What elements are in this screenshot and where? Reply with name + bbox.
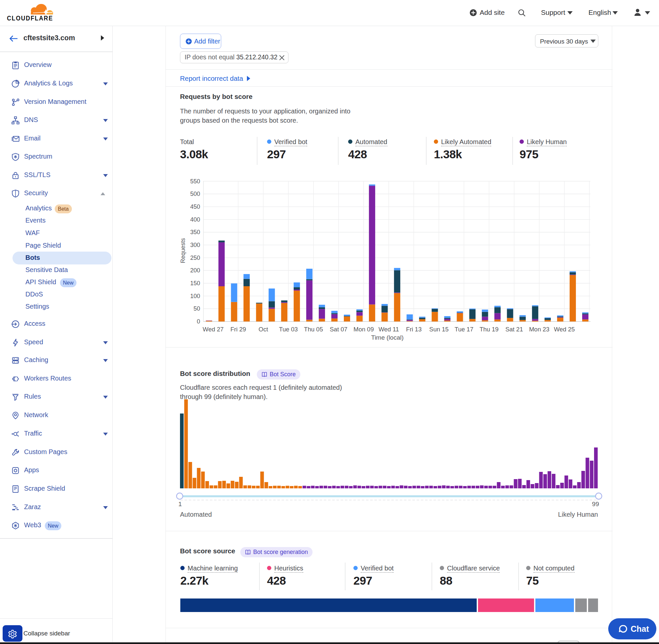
svg-text:Oct: Oct <box>258 326 268 333</box>
svg-text:50: 50 <box>193 305 200 312</box>
svg-text:Automated: Automated <box>180 511 212 518</box>
svg-text:Tue 17: Tue 17 <box>455 326 473 333</box>
svg-text:Sun 15: Sun 15 <box>429 326 449 333</box>
svg-text:Fri 13: Fri 13 <box>406 326 422 333</box>
svg-text:Requests: Requests <box>180 238 186 263</box>
svg-text:300: 300 <box>190 242 200 248</box>
svg-text:400: 400 <box>190 216 200 223</box>
svg-text:1: 1 <box>178 501 182 507</box>
svg-text:200: 200 <box>190 267 200 274</box>
svg-text:350: 350 <box>190 229 200 235</box>
svg-text:0: 0 <box>197 318 200 325</box>
svg-text:Fri 29: Fri 29 <box>231 326 246 333</box>
svg-text:Likely Human: Likely Human <box>558 511 598 518</box>
svg-text:Thu 19: Thu 19 <box>480 326 499 333</box>
svg-text:500: 500 <box>190 190 200 197</box>
svg-text:Sat 07: Sat 07 <box>330 326 348 333</box>
svg-text:Sat 21: Sat 21 <box>505 326 523 333</box>
svg-text:Wed 27: Wed 27 <box>203 326 223 333</box>
svg-text:Time (local): Time (local) <box>371 334 404 341</box>
svg-text:CLOUDFLARE: CLOUDFLARE <box>7 15 53 22</box>
svg-text:Wed 11: Wed 11 <box>378 326 399 333</box>
svg-text:Wed 25: Wed 25 <box>554 326 574 333</box>
svg-text:Mon 23: Mon 23 <box>529 326 549 333</box>
svg-text:Thu 05: Thu 05 <box>304 326 323 333</box>
svg-text:550: 550 <box>190 178 200 185</box>
svg-text:Mon 09: Mon 09 <box>353 326 374 333</box>
svg-text:Tue 03: Tue 03 <box>279 326 298 333</box>
svg-text:100: 100 <box>190 293 200 299</box>
svg-text:150: 150 <box>190 280 200 286</box>
svg-text:450: 450 <box>190 204 200 210</box>
svg-text:250: 250 <box>190 255 200 261</box>
svg-text:99: 99 <box>592 501 599 507</box>
